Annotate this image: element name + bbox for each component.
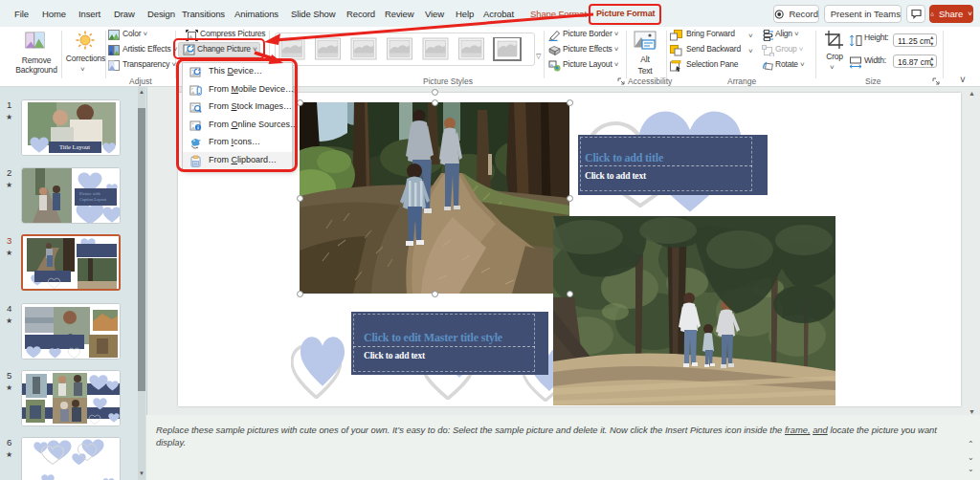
svg-text:Title Layout: Title Layout — [59, 143, 90, 150]
svg-text:Picture with: Picture with — [79, 191, 101, 196]
svg-text:Caption Layout: Caption Layout — [79, 197, 107, 202]
